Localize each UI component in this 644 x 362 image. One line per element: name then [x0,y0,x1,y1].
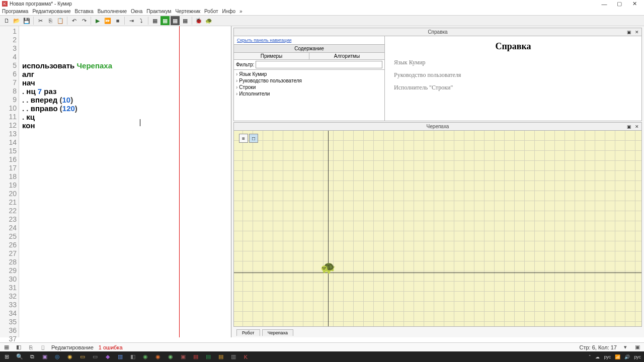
app6-icon[interactable]: ◉ [152,352,164,361]
toc-item[interactable]: Исполнители [236,90,382,97]
search-icon[interactable]: 🔍 [14,352,25,361]
app5-icon[interactable]: ◉ [139,352,151,361]
step-into-button[interactable]: ⤵ [137,16,146,25]
menu-Редактирование[interactable]: Редактирование [32,9,70,14]
sb-icon3[interactable]: ⎘ [27,344,34,351]
actor2-button[interactable]: 🐢 [204,16,213,25]
turtle-canvas[interactable]: ≡ □ 🐢 [234,131,641,326]
minimize-button[interactable]: — [597,0,612,8]
step-button[interactable]: ⇥ [127,16,136,25]
help-subtab-Алгоритмы[interactable]: Алгоритмы [309,53,384,59]
wifi-icon[interactable]: 📶 [615,354,620,359]
start-button[interactable]: ⊞ [1,352,13,361]
redo-button[interactable]: ↷ [79,16,89,25]
toc-item[interactable]: Язык Кумир [236,71,382,77]
help-panel-title: Справка ▣ ✕ [234,28,641,36]
toc-item[interactable]: Строки [236,84,382,90]
app9-icon[interactable]: ▤ [215,352,226,361]
app1-icon[interactable]: ▣ [39,352,50,361]
chrome-icon[interactable]: ◉ [64,352,75,361]
editor-pane: 1234567891011121314151617181920212223242… [0,26,231,337]
tray-lang[interactable]: рус [604,354,611,359]
menu-Окна[interactable]: Окна [131,9,142,14]
run-fast-button[interactable]: ⏩ [103,16,112,25]
turtle-tools: ≡ □ [239,134,258,143]
taskview-icon[interactable]: ⧉ [26,352,38,361]
menu-Выполнение[interactable]: Выполнение [98,9,127,14]
turtle-panel: Черепаха ▣ ✕ ≡ □ 🐢 [233,122,642,327]
run-button[interactable]: ▶ [93,16,102,25]
help-link[interactable]: Руководство пользователя [394,71,632,79]
x-axis [234,273,641,273]
menu-Робот[interactable]: Робот [204,9,218,14]
toc-item[interactable]: Руководство пользователя [236,77,382,84]
app4-icon[interactable]: ◧ [127,352,138,361]
kumir-task-icon[interactable]: K [240,352,252,361]
help-link[interactable]: Исполнитель "Строки" [394,84,632,92]
code-editor[interactable]: использовать Черепахаалгнач. нц 7 раз. .… [19,26,231,337]
paste-button[interactable]: 📋 [56,16,65,25]
filter-input[interactable] [256,61,382,68]
grid-green-button[interactable]: ▦ [160,16,170,25]
hide-nav-link[interactable]: Скрыть панель навигации [234,36,384,44]
app10-icon[interactable]: ▥ [227,352,239,361]
grid-large-button[interactable]: ▦ [150,16,159,25]
turtle-panel-title: Черепаха ▣ ✕ [234,123,641,131]
undo-button[interactable]: ↶ [69,16,78,25]
new-button[interactable]: 🗋 [2,16,11,25]
bottom-tab-Черепаха[interactable]: Черепаха [262,329,293,336]
tray-lang2[interactable]: рус [634,354,641,359]
sb-icon2[interactable]: ◧ [15,344,22,351]
sb-icon1[interactable]: ▦ [3,344,10,351]
help-tab-Содержание[interactable]: Содержание [234,45,384,52]
turtle-restore-button[interactable]: ▣ [625,124,632,130]
sb-end1[interactable]: ▾ [622,344,629,351]
pdf-icon[interactable]: ▤ [190,352,201,361]
right-bottom-tabs: РоботЧерепаха [233,328,642,336]
help-close-button[interactable]: ✕ [633,29,640,35]
turtle-close-button[interactable]: ✕ [633,124,640,130]
turtle-menu-button[interactable]: ≡ [239,134,248,143]
menu-Инфо[interactable]: Инфо [222,9,236,14]
close-button[interactable]: ✕ [627,0,642,8]
taskbar: ⊞ 🔍 ⧉ ▣ ◎ ◉ ▭ ▭ ◆ ▥ ◧ ◉ ◉ ◉ ▣ ▤ ▤ ▤ ▥ K … [0,351,644,362]
vs-icon[interactable]: ◆ [102,352,113,361]
app3-icon[interactable]: ▥ [114,352,126,361]
status-position: Стр: 6, Кол: 17 [580,344,617,350]
help-link[interactable]: Язык Кумир [394,59,632,66]
menubar: ПрограммаРедактированиеВставкаВыполнение… [0,8,644,15]
status-mode: Редактирование [51,344,94,350]
sb-end2[interactable]: ▣ [634,344,641,351]
copy-button[interactable]: ⎘ [46,16,55,25]
grid-dark-button[interactable]: ▦ [171,16,180,25]
toolbar: 🗋📂💾✂⎘📋↶↷▶⏩■⇥⤵▦▦▦▦🐞🐢 [0,15,644,26]
menu-Программа[interactable]: Программа [2,9,28,14]
turtle-reset-button[interactable]: □ [249,134,258,143]
menu-Вставка[interactable]: Вставка [75,9,94,14]
help-restore-button[interactable]: ▣ [625,29,632,35]
excel-icon[interactable]: ▤ [202,352,214,361]
tray-up-icon[interactable]: ˄ [589,354,591,359]
cut-button[interactable]: ✂ [36,16,45,25]
explorer-icon[interactable]: ▭ [76,352,88,361]
sb-icon4[interactable]: ⌷ [39,344,46,351]
save-button[interactable]: 💾 [22,16,31,25]
app7-icon[interactable]: ◉ [165,352,176,361]
actor1-button[interactable]: 🐞 [194,16,203,25]
maximize-button[interactable]: ▢ [612,0,627,8]
bottom-tab-Робот[interactable]: Робот [236,329,260,336]
help-subtab-Примеры[interactable]: Примеры [234,53,309,59]
menu-Чертежник[interactable]: Чертежник [175,9,200,14]
sound-icon[interactable]: 🔊 [624,354,630,359]
open-button[interactable]: 📂 [12,16,21,25]
grid-small-button[interactable]: ▦ [181,16,190,25]
line-gutter: 1234567891011121314151617181920212223242… [0,26,19,337]
app8-icon[interactable]: ▣ [177,352,189,361]
stop-button[interactable]: ■ [113,16,122,25]
app2-icon[interactable]: ▭ [89,352,101,361]
filter-row: Фильтр: [234,60,384,70]
menu-»[interactable]: » [239,9,243,14]
menu-Практикум[interactable]: Практикум [146,9,171,14]
edge-icon[interactable]: ◎ [51,352,63,361]
cloud-icon[interactable]: ☁ [595,354,600,359]
